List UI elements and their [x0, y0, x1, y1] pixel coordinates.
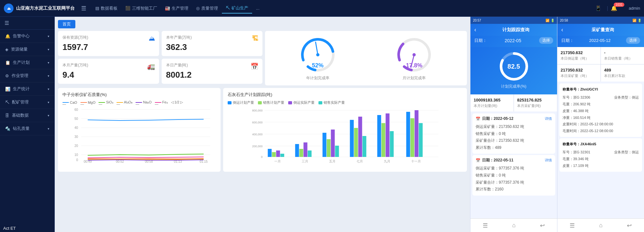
- mobile1-back-icon[interactable]: ‹: [474, 26, 476, 33]
- sidebar-item-stats[interactable]: 📊 生产统计 ▾: [0, 82, 54, 96]
- bar-chart-title: 石灰石生产计划跟踪(吨): [228, 92, 462, 98]
- chevron-down-icon-6: ▾: [48, 114, 49, 117]
- svg-text:七月: 七月: [356, 160, 363, 163]
- mobile2-select-btn[interactable]: 选择: [626, 37, 640, 44]
- svg-rect-55: [390, 131, 393, 157]
- svg-text:01:15: 01:15: [200, 160, 208, 163]
- svg-rect-54: [385, 113, 389, 157]
- mobile2-stat1-value: 217350.632: [561, 50, 597, 55]
- data-icon: 🗄: [5, 113, 9, 118]
- mobile2-footer-back[interactable]: ↩: [627, 222, 632, 229]
- svg-rect-36: [268, 149, 271, 157]
- svg-rect-52: [377, 115, 381, 157]
- svg-rect-56: [406, 112, 410, 157]
- mobile1-record2-detail[interactable]: 详情: [545, 158, 552, 163]
- mobile2-stat1-label: 本日倒运量（吨）: [561, 56, 597, 61]
- mobile1-header: ‹ 计划跟踪查询: [470, 24, 557, 36]
- truck-icon: 🚛: [147, 63, 155, 70]
- svg-rect-51: [362, 136, 366, 157]
- chevron-down-icon-4: ▾: [48, 87, 49, 91]
- mobile1-record1-detail[interactable]: 详情: [545, 116, 552, 121]
- mobile1-select-btn[interactable]: 选择: [539, 37, 553, 44]
- stat-card-daily: 本日产量(吨) 8001.2 📅: [162, 59, 263, 84]
- sidebar-item-alerts[interactable]: 🔔 告警中心 ▾: [0, 30, 54, 43]
- nav-item-quality[interactable]: ◎ 质量管理: [192, 4, 222, 13]
- chevron-down-icon-3: ▾: [48, 74, 49, 78]
- nav-menu-icon[interactable]: ☰: [81, 5, 86, 12]
- stat-value-monthly: 9.4: [62, 70, 155, 80]
- gauge-card: 52% 年计划完成率 17: [265, 31, 467, 85]
- sidebar-item-resources[interactable]: ◈ 资源储量 ▾: [0, 43, 54, 56]
- nav-item-dashboard[interactable]: ▤ 数据看板: [91, 4, 121, 13]
- svg-rect-57: [410, 118, 414, 157]
- sidebar-item-work[interactable]: ⚙ 作业管理 ▾: [0, 69, 54, 82]
- top-nav: ⛰ 山亚南方水泥工业互联网平台 ☰ ▤ 数据看板 ⬛ 三维智能工厂 🏭 生产管理…: [0, 0, 644, 17]
- stat-title-reserve: 保有资源(万吨): [62, 35, 155, 40]
- stats-icon: 📊: [5, 87, 10, 92]
- svg-rect-59: [419, 123, 422, 157]
- svg-text:一月: 一月: [274, 160, 280, 163]
- mobile2-footer-menu[interactable]: ☰: [570, 222, 575, 229]
- bell-sidebar-icon: 🔔: [5, 34, 10, 39]
- mobile2-title: 采矿量查询: [565, 27, 640, 33]
- nav-item-production[interactable]: 🏭 生产管理: [161, 4, 192, 13]
- mobile2-record-1: 称量单号：ZhnUGCYI 车号：浙G 32306 业务类型：倒运 毛重：206…: [559, 83, 642, 137]
- mobile2-back-icon[interactable]: ‹: [561, 26, 563, 33]
- mobile2-stat3-label: 本日采矿量（吨）: [561, 73, 597, 78]
- resource-icon: ◈: [5, 47, 8, 52]
- center-content: 首页 保有资源(万吨) 1597.7 ⛰ 本月产量(万吨) 9.4 🚛: [55, 17, 470, 232]
- mobile2-date-row: 日期： 2022-05-12 选择: [557, 36, 644, 47]
- svg-text:10: 10: [74, 153, 78, 157]
- nav-item-mine[interactable]: ⛏ 矿山生产: [222, 3, 252, 14]
- svg-rect-50: [358, 117, 362, 157]
- sidebar-item-ore[interactable]: ⛏ 配矿管理 ▾: [0, 96, 54, 109]
- svg-rect-45: [327, 139, 330, 157]
- mobile1-gauge-label: 计划完成率(%): [501, 84, 526, 89]
- mobile1-title: 计划跟踪查询: [478, 27, 553, 33]
- sidebar-item-drill[interactable]: 🔩 钻孔质量 ▾: [0, 122, 54, 135]
- mobile2-stat2-value: -: [604, 50, 641, 55]
- mobile2-stat4-value: 489: [604, 68, 641, 72]
- sidebar-item-base-data[interactable]: 🗄 基础数据 ▾: [0, 109, 54, 122]
- sidebar: ☰ 🔔 告警中心 ▾ ◈ 资源储量 ▾ 📋 生产计划 ▾ ⚙ 作: [0, 17, 55, 232]
- sidebar-menu-toggle[interactable]: ☰: [0, 17, 54, 30]
- mobile1-footer-menu[interactable]: ☰: [483, 222, 488, 229]
- svg-text:0: 0: [261, 155, 262, 159]
- stat-card-annual: 本年产量(万吨) 362.3 🏗: [162, 31, 263, 56]
- chevron-down-icon-2: ▾: [48, 61, 49, 64]
- svg-rect-40: [295, 144, 299, 157]
- nav-item-3d-factory[interactable]: ⬛ 三维智能工厂: [121, 4, 161, 13]
- svg-rect-43: [308, 150, 311, 157]
- sidebar-item-plan[interactable]: 📋 生产计划 ▾: [0, 56, 54, 69]
- stat-title-monthly: 本月产量(万吨): [62, 63, 155, 68]
- notification-badge: 1031: [614, 3, 624, 7]
- svg-rect-44: [322, 133, 326, 157]
- nav-item-more[interactable]: ...: [252, 4, 263, 13]
- mobile1-footer-home[interactable]: ⌂: [512, 222, 516, 229]
- mobile1-footer: ☰ ⌂ ↩: [470, 218, 557, 232]
- mobile1-stat1-label: 本月计划量(吨): [474, 103, 510, 108]
- mobile1-body: 82.5 计划完成率(%) 10009183.365 本月计划量(吨) 8253…: [470, 47, 557, 218]
- mobile1-footer-back[interactable]: ↩: [540, 222, 545, 229]
- drill-icon: 🔩: [5, 126, 10, 131]
- notification-bell[interactable]: 🔔 1031: [611, 5, 617, 11]
- stat-card-monthly: 本月产量(万吨) 9.4 🚛: [58, 59, 159, 84]
- svg-text:800,000: 800,000: [252, 109, 263, 112]
- mobile2-footer-home[interactable]: ⌂: [599, 222, 603, 229]
- mobile1-record-2: 📅 日期：2022-05-11 详情 倒运采矿量：977357.376 吨 销售…: [472, 155, 555, 195]
- mobile1-status-bar: 20:57 📶🔋: [470, 17, 557, 24]
- stat-value-annual: 362.3: [166, 42, 258, 52]
- stat-value-daily: 8001.2: [166, 70, 258, 80]
- mobile2-footer: ☰ ⌂ ↩: [557, 218, 644, 232]
- mobile2-status-bar: 20:58 📶🔋: [557, 17, 644, 24]
- calendar-icon: 📅: [251, 63, 259, 70]
- line-chart-card: 中子分析仪矿石质量(%) —CaO —MgO —SiO₂ —Al₂O₃ —Na₂…: [58, 88, 221, 172]
- svg-rect-38: [276, 150, 280, 157]
- monthly-gauge-label: 月计划完成率: [402, 75, 426, 81]
- svg-point-3: [316, 53, 319, 56]
- mobile1-gauge-value: 82.5: [507, 63, 520, 70]
- svg-text:0: 0: [76, 158, 78, 162]
- mobile2-stat2-label: 本日销售量（吨）: [604, 56, 641, 61]
- chevron-down-icon-1: ▾: [48, 48, 49, 51]
- mobile2-date-value: 2022-05-12: [576, 38, 624, 43]
